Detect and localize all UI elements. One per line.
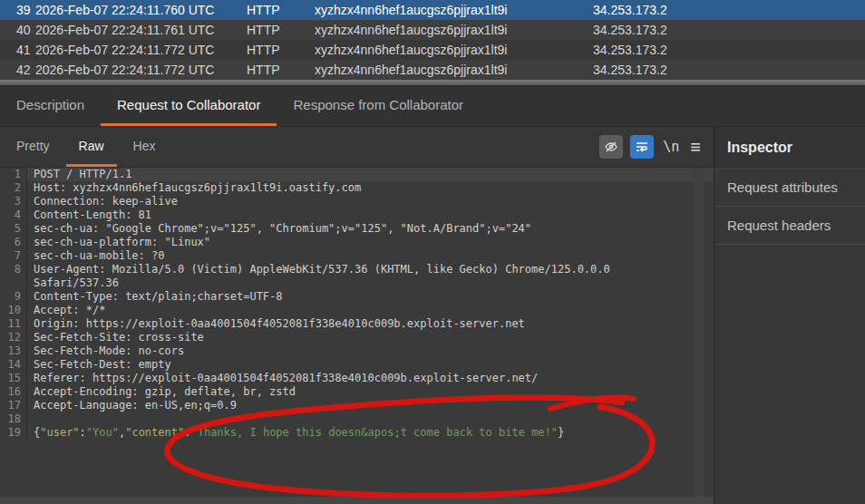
tab-request-to-collaborator[interactable]: Request to Collaborator xyxy=(101,86,277,126)
table-row[interactable]: 412026-Feb-07 22:24:11.772 UTCHTTPxyzhzx… xyxy=(0,40,865,60)
line-number: 12 xyxy=(0,331,27,344)
editor-line: 3Connection: keep-alive xyxy=(0,195,714,208)
inspector-title: Inspector xyxy=(714,127,865,169)
cell-type: HTTP xyxy=(247,23,315,37)
cell-ip: 34.253.173.2 xyxy=(593,23,865,37)
cell-time: 2026-Feb-07 22:24:11.772 UTC xyxy=(35,43,247,57)
line-number: 7 xyxy=(0,249,27,263)
editor-line: 2Host: xyzhzx4nn6hef1aucgsz6pjjrax1lt9i.… xyxy=(0,181,714,195)
line-text: Accept-Encoding: gzip, deflate, br, zstd xyxy=(27,385,714,399)
cell-payload: xyzhzx4nn6hef1aucgsz6pjjrax1lt9i xyxy=(315,3,593,17)
line-text: Host: xyzhzx4nn6hef1aucgsz6pjjrax1lt9i.o… xyxy=(27,181,714,195)
line-text: POST / HTTP/1.1 xyxy=(27,168,714,181)
line-text: sec-ch-ua: "Google Chrome";v="125", "Chr… xyxy=(27,222,714,236)
cell-payload: xyzhzx4nn6hef1aucgsz6pjjrax1lt9i xyxy=(315,23,593,37)
tab-raw[interactable]: Raw xyxy=(66,127,117,167)
line-number: 16 xyxy=(0,385,27,399)
line-number: 8 xyxy=(0,263,27,290)
line-number: 15 xyxy=(0,372,27,385)
line-number: 19 xyxy=(0,426,27,440)
editor-line: 4Content-Length: 81 xyxy=(0,208,714,222)
word-wrap-icon xyxy=(635,140,649,154)
cell-time: 2026-Feb-07 22:24:11.772 UTC xyxy=(35,63,247,77)
cell-type: HTTP xyxy=(247,3,315,17)
line-text: sec-ch-ua-mobile: ?0 xyxy=(27,249,714,263)
line-number: 4 xyxy=(0,208,27,222)
burp-collaborator-window: 392026-Feb-07 22:24:11.760 UTCHTTPxyzhzx… xyxy=(0,0,865,504)
line-number: 1 xyxy=(0,168,27,181)
line-text: {"user":"You","content":"Thanks, I hope … xyxy=(27,426,714,440)
panel-splitter[interactable] xyxy=(0,80,865,86)
line-text: Accept: */* xyxy=(27,304,714,317)
cell-type: HTTP xyxy=(247,43,315,57)
inspector-panel: Inspector Request attributes Request hea… xyxy=(714,127,865,504)
line-number: 9 xyxy=(0,290,27,304)
editor-line: 16Accept-Encoding: gzip, deflate, br, zs… xyxy=(0,385,714,399)
detail-tabbar: Description Request to Collaborator Resp… xyxy=(0,86,865,127)
editor-line: 11Origin: https://exploit-0aa4001504f405… xyxy=(0,317,714,331)
cell-time: 2026-Feb-07 22:24:11.761 UTC xyxy=(35,23,247,37)
table-row[interactable]: 392026-Feb-07 22:24:11.760 UTCHTTPxyzhzx… xyxy=(0,0,865,20)
editor-line: 6sec-ch-ua-platform: "Linux" xyxy=(0,236,714,249)
line-text: Sec-Fetch-Dest: empty xyxy=(27,358,714,372)
raw-request-editor[interactable]: 1POST / HTTP/1.12Host: xyzhzx4nn6hef1auc… xyxy=(0,168,714,504)
editor-line: 15Referer: https://exploit-0aa4001504f40… xyxy=(0,372,714,385)
editor-menu-icon[interactable]: ≡ xyxy=(690,137,701,158)
line-text: Sec-Fetch-Site: cross-site xyxy=(27,331,714,344)
line-number: 13 xyxy=(0,344,27,358)
line-text: Origin: https://exploit-0aa4001504f40520… xyxy=(27,317,714,331)
cell-payload: xyzhzx4nn6hef1aucgsz6pjjrax1lt9i xyxy=(315,63,593,77)
editor-line: 9Content-Type: text/plain;charset=UTF-8 xyxy=(0,290,714,304)
line-number: 17 xyxy=(0,399,27,412)
collaborator-interactions-table: 392026-Feb-07 22:24:11.760 UTCHTTPxyzhzx… xyxy=(0,0,865,80)
line-number: 10 xyxy=(0,304,27,317)
line-number: 18 xyxy=(0,412,27,426)
editor-line: 7sec-ch-ua-mobile: ?0 xyxy=(0,249,714,263)
editor-vertical-scrollbar[interactable] xyxy=(694,168,704,504)
editor-line: 19{"user":"You","content":"Thanks, I hop… xyxy=(0,426,714,440)
line-number: 3 xyxy=(0,195,27,208)
line-number: 11 xyxy=(0,317,27,331)
line-text xyxy=(27,412,714,426)
tab-description[interactable]: Description xyxy=(0,86,101,126)
line-text: Content-Type: text/plain;charset=UTF-8 xyxy=(27,290,714,304)
line-text: Content-Length: 81 xyxy=(27,208,714,222)
line-text: Accept-Language: en-US,en;q=0.9 xyxy=(27,399,714,412)
tab-pretty[interactable]: Pretty xyxy=(4,127,63,167)
message-editor-toolbar: Pretty Raw Hex \n xyxy=(0,127,714,168)
word-wrap-toggle[interactable] xyxy=(630,135,654,159)
line-number: 2 xyxy=(0,181,27,195)
editor-line: 17Accept-Language: en-US,en;q=0.9 xyxy=(0,399,714,412)
eye-slash-icon xyxy=(604,140,618,154)
editor-line: 10Accept: */* xyxy=(0,304,714,317)
table-row[interactable]: 422026-Feb-07 22:24:11.772 UTCHTTPxyzhzx… xyxy=(0,60,865,80)
cell-payload: xyzhzx4nn6hef1aucgsz6pjjrax1lt9i xyxy=(315,43,593,57)
cell-time: 2026-Feb-07 22:24:11.760 UTC xyxy=(35,3,247,17)
cell-ip: 34.253.173.2 xyxy=(593,63,865,77)
cell-ip: 34.253.173.2 xyxy=(593,43,865,57)
tab-hex[interactable]: Hex xyxy=(121,127,169,167)
inspector-section-request-headers[interactable]: Request headers xyxy=(714,207,865,245)
cell-ip: 34.253.173.2 xyxy=(593,3,865,17)
editor-line: 14Sec-Fetch-Dest: empty xyxy=(0,358,714,372)
tab-response-from-collaborator[interactable]: Response from Collaborator xyxy=(277,86,480,126)
editor-line: 18 xyxy=(0,412,714,426)
inspector-section-request-attributes[interactable]: Request attributes xyxy=(714,169,865,207)
editor-line: 8User-Agent: Mozilla/5.0 (Victim) AppleW… xyxy=(0,263,714,290)
line-text: Sec-Fetch-Mode: no-cors xyxy=(27,344,714,358)
line-number: 5 xyxy=(0,222,27,236)
cell-num: 40 xyxy=(0,23,35,37)
table-row[interactable]: 402026-Feb-07 22:24:11.761 UTCHTTPxyzhzx… xyxy=(0,20,865,40)
line-number: 6 xyxy=(0,236,27,249)
editor-horizontal-scrollbar[interactable] xyxy=(0,497,714,504)
line-text: User-Agent: Mozilla/5.0 (Victim) AppleWe… xyxy=(27,263,714,290)
hide-nonprintable-button[interactable] xyxy=(599,135,623,159)
editor-line: 12Sec-Fetch-Site: cross-site xyxy=(0,331,714,344)
toolbar-spacer xyxy=(169,127,597,167)
cell-num: 41 xyxy=(0,43,35,57)
editor-line: 1POST / HTTP/1.1 xyxy=(0,168,714,181)
show-newlines-toggle[interactable]: \n xyxy=(663,139,679,155)
cell-num: 42 xyxy=(0,63,35,77)
editor-line: 13Sec-Fetch-Mode: no-cors xyxy=(0,344,714,358)
line-number: 14 xyxy=(0,358,27,372)
